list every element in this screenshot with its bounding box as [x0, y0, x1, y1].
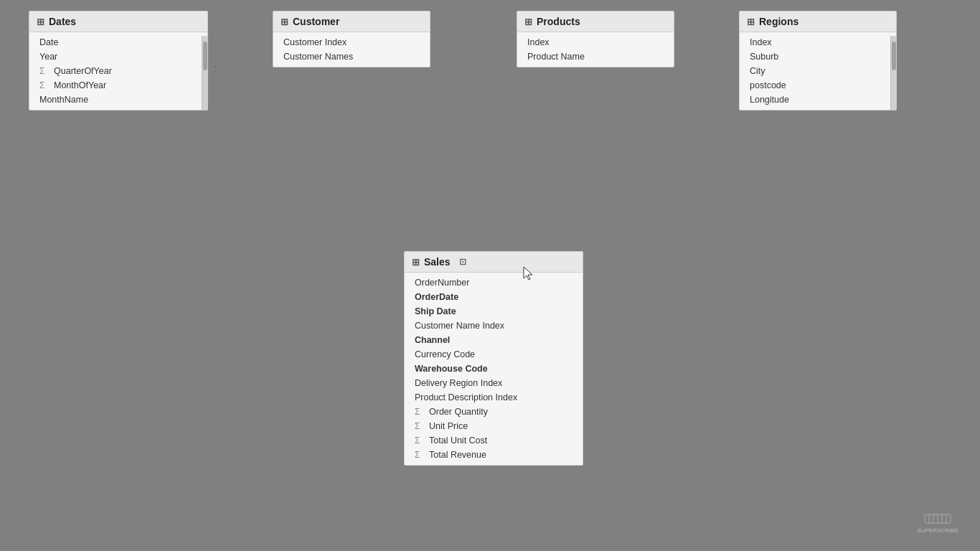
field-warehousecode: Warehouse Code — [405, 362, 583, 376]
field-product-name: Product Name — [517, 50, 674, 64]
field-monthname: MonthName — [29, 93, 207, 107]
regions-table-header: ⊞ Regions — [740, 11, 896, 32]
field-orderquantity: Σ Order Quantity — [405, 405, 583, 419]
field-label: MonthOfYear — [54, 80, 106, 90]
sigma-icon: Σ — [415, 435, 425, 446]
table-icon: ⊞ — [412, 257, 420, 268]
sigma-icon: Σ — [415, 421, 425, 431]
regions-table-body: Index Suburb City postcode Longitude — [740, 32, 896, 110]
field-date: Date — [29, 35, 207, 50]
field-shipdate: Ship Date — [405, 304, 583, 319]
field-label: Unit Price — [429, 421, 468, 431]
field-customer-names: Customer Names — [273, 50, 430, 64]
field-label: City — [750, 66, 765, 76]
field-label: Year — [39, 52, 57, 62]
diagram-canvas: ✱ ✱ ✱ ✱ 1 1 1 1 ⊞ Dates Date Year Σ Quar… — [0, 0, 980, 551]
field-label: OrderNumber — [415, 278, 469, 288]
field-channel: Channel — [405, 333, 583, 347]
table-icon: ⊞ — [281, 17, 288, 27]
field-postcode: postcode — [740, 78, 896, 93]
field-productdescindex: Product Description Index — [405, 390, 583, 405]
field-label: Total Revenue — [429, 450, 486, 460]
products-table-title: Products — [537, 16, 580, 27]
field-label: postcode — [750, 80, 786, 90]
svg-text:1: 1 — [214, 64, 215, 74]
watermark: SUPERSCRIBE — [918, 511, 958, 534]
sigma-icon: Σ — [39, 66, 50, 76]
customer-table-title: Customer — [293, 16, 339, 27]
table-icon: ⊞ — [37, 17, 44, 27]
sales-table-body: OrderNumber OrderDate Ship Date Customer… — [405, 273, 583, 465]
field-label: Delivery Region Index — [415, 378, 502, 388]
products-table-body: Index Product Name — [517, 32, 674, 67]
field-suburb: Suburb — [740, 50, 896, 64]
dates-table-body: Date Year Σ QuarterOfYear Σ MonthOfYear … — [29, 32, 207, 110]
field-label: OrderDate — [415, 292, 458, 302]
field-label: QuarterOfYear — [54, 66, 112, 76]
field-label: Product Name — [527, 52, 585, 62]
table-icon: ⊞ — [524, 17, 532, 27]
sales-table-header: ⊞ Sales ⊡ — [405, 252, 583, 273]
field-index: Index — [740, 35, 896, 50]
field-unitprice: Σ Unit Price — [405, 419, 583, 433]
sigma-icon: Σ — [39, 80, 50, 90]
dates-table-header: ⊞ Dates — [29, 11, 207, 32]
field-label: Index — [750, 37, 772, 47]
field-totalunitcost: Σ Total Unit Cost — [405, 433, 583, 448]
field-label: Currency Code — [415, 349, 475, 359]
field-quarterofyear: Σ QuarterOfYear — [29, 64, 207, 78]
field-longitude: Longitude — [740, 93, 896, 107]
field-label: Order Quantity — [429, 407, 488, 417]
regions-scrollbar[interactable] — [890, 36, 896, 110]
watermark-text: SUPERSCRIBE — [918, 527, 958, 534]
field-label: Index — [527, 37, 550, 47]
sales-table-icon2: ⊡ — [459, 257, 466, 267]
products-table-header: ⊞ Products — [517, 11, 674, 32]
table-icon: ⊞ — [747, 17, 755, 27]
dates-scrollbar[interactable] — [202, 36, 207, 110]
dates-table: ⊞ Dates Date Year Σ QuarterOfYear Σ Mont… — [29, 11, 208, 110]
field-label: Suburb — [750, 52, 778, 62]
field-ordernumber: OrderNumber — [405, 276, 583, 290]
field-label: Longitude — [750, 95, 789, 105]
dates-scrollbar-thumb[interactable] — [203, 42, 207, 70]
field-label: Total Unit Cost — [429, 435, 487, 446]
field-label: Ship Date — [415, 306, 456, 316]
field-currencycode: Currency Code — [405, 347, 583, 362]
field-label: Product Description Index — [415, 392, 517, 402]
customer-table-header: ⊞ Customer — [273, 11, 430, 32]
regions-scrollbar-thumb[interactable] — [892, 42, 896, 70]
field-deliveryregionindex: Delivery Region Index — [405, 376, 583, 390]
field-customernameindex: Customer Name Index — [405, 319, 583, 333]
regions-table-title: Regions — [759, 16, 798, 27]
field-customer-index: Customer Index — [273, 35, 430, 50]
sigma-icon: Σ — [415, 450, 425, 460]
field-label: MonthName — [39, 95, 88, 105]
customer-table: ⊞ Customer Customer Index Customer Names — [273, 11, 430, 67]
field-label: Customer Name Index — [415, 321, 504, 331]
field-label: Date — [39, 37, 58, 47]
field-monthofyear: Σ MonthOfYear — [29, 78, 207, 93]
sigma-icon: Σ — [415, 407, 425, 417]
field-label: Channel — [415, 335, 450, 345]
dates-table-title: Dates — [49, 16, 76, 27]
field-totalrevenue: Σ Total Revenue — [405, 448, 583, 462]
field-label: Customer Names — [283, 52, 353, 62]
sales-table: ⊞ Sales ⊡ OrderNumber OrderDate Ship Dat… — [404, 251, 583, 466]
sales-table-title: Sales — [424, 256, 451, 268]
products-table: ⊞ Products Index Product Name — [517, 11, 674, 67]
field-city: City — [740, 64, 896, 78]
field-label: Customer Index — [283, 37, 347, 47]
field-label: Warehouse Code — [415, 364, 488, 374]
field-orderdate: OrderDate — [405, 290, 583, 304]
field-year: Year — [29, 50, 207, 64]
field-index: Index — [517, 35, 674, 50]
customer-table-body: Customer Index Customer Names — [273, 32, 430, 67]
regions-table: ⊞ Regions Index Suburb City postcode Lon… — [739, 11, 897, 110]
